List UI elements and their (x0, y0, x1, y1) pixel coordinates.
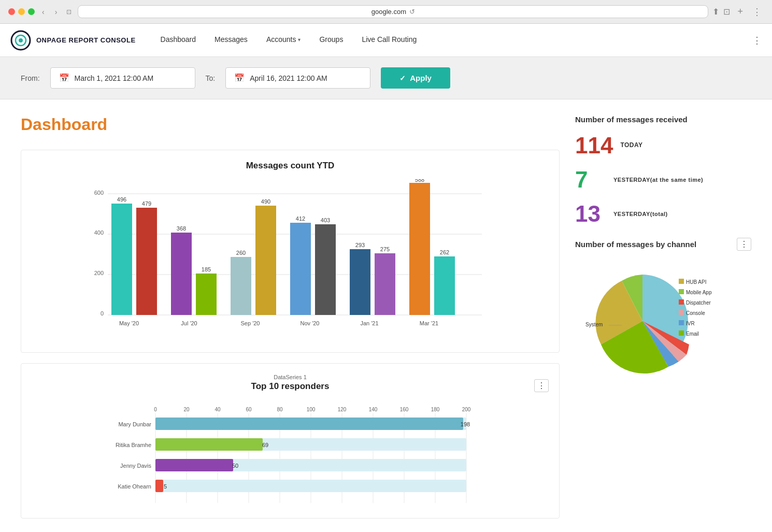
svg-text:Mary Dunbar: Mary Dunbar (118, 421, 151, 427)
svg-rect-31 (409, 183, 430, 315)
svg-text:Email: Email (686, 331, 699, 337)
svg-text:185: 185 (202, 266, 211, 272)
svg-rect-19 (231, 257, 251, 315)
browser-chrome: ‹ › ⊡ google.com ↺ ⬆ ⊡ + ⋮ (0, 0, 772, 24)
svg-text:400: 400 (94, 229, 104, 236)
url-bar[interactable]: google.com ↺ (78, 5, 708, 18)
tab-duplicate-button[interactable]: ⊡ (723, 7, 730, 17)
svg-text:40: 40 (215, 407, 221, 412)
nav-messages[interactable]: Messages (205, 25, 257, 55)
share-button[interactable]: ⬆ (712, 7, 719, 17)
svg-text:412: 412 (296, 215, 305, 222)
svg-rect-11 (111, 204, 132, 315)
svg-text:588: 588 (415, 179, 424, 183)
svg-text:5: 5 (164, 483, 167, 490)
channel-menu-button[interactable]: ⋮ (737, 238, 751, 251)
nav-accounts[interactable]: Accounts ▾ (257, 25, 310, 55)
svg-text:Nov '20: Nov '20 (301, 320, 320, 326)
svg-rect-27 (350, 249, 370, 315)
svg-text:198: 198 (461, 421, 470, 427)
channel-pie-chart: HUB API Mobile App Dispatcher Console IV… (575, 259, 731, 383)
svg-rect-85 (679, 310, 684, 315)
svg-text:50: 50 (232, 463, 238, 469)
nav-live-call-routing[interactable]: Live Call Routing (352, 25, 426, 55)
apply-button[interactable]: ✓ Apply (381, 67, 450, 89)
svg-text:Jan '21: Jan '21 (360, 320, 378, 326)
accounts-dropdown-icon: ▾ (298, 37, 301, 42)
new-tab-button[interactable]: + (734, 6, 746, 17)
yesterday-total-label: YESTERDAY(total) (613, 210, 668, 218)
svg-text:200: 200 (462, 407, 471, 412)
yesterday-same-value: 7 (575, 168, 606, 191)
app-container: ONPAGE REPORT CONSOLE Dashboard Messages… (0, 24, 772, 532)
logo-icon (10, 30, 31, 51)
back-button[interactable]: ‹ (39, 7, 48, 17)
svg-text:140: 140 (369, 407, 378, 412)
nav-dashboard[interactable]: Dashboard (151, 25, 206, 55)
maximize-button[interactable] (28, 8, 35, 15)
svg-text:496: 496 (117, 196, 126, 203)
checkmark-icon: ✓ (399, 74, 406, 82)
channel-title: Number of messages by channel (575, 239, 696, 250)
today-value: 114 (575, 134, 613, 157)
more-options-button[interactable]: ⋮ (750, 6, 764, 18)
top-responders-chart: DataSeries 1 Top 10 responders ⋮ 0 20 40… (21, 363, 560, 519)
to-calendar-icon: 📅 (234, 73, 245, 83)
svg-text:Ritika Bramhe: Ritika Bramhe (116, 442, 151, 448)
window-button[interactable]: ⊡ (64, 7, 74, 17)
svg-text:20: 20 (183, 407, 190, 412)
today-stat-row: 114 TODAY (575, 134, 751, 157)
svg-rect-79 (679, 279, 684, 284)
svg-rect-83 (679, 299, 684, 305)
from-calendar-icon: 📅 (59, 73, 69, 83)
svg-text:490: 490 (261, 198, 270, 205)
svg-text:Mobile App: Mobile App (686, 290, 712, 295)
svg-rect-23 (290, 223, 311, 315)
svg-rect-15 (171, 233, 192, 315)
messages-ytd-svg: 600 400 200 0 496 479 (32, 179, 549, 340)
svg-rect-70 (155, 438, 263, 451)
svg-text:Dispatcher: Dispatcher (686, 300, 711, 306)
svg-text:System: System (585, 322, 603, 327)
left-panel: Dashboard Messages count YTD 600 400 200… (21, 115, 560, 529)
svg-rect-73 (155, 459, 233, 471)
svg-text:Jenny Davis: Jenny Davis (120, 463, 151, 469)
yesterday-total-stat-row: 13 YESTERDAY(total) (575, 203, 751, 225)
svg-text:100: 100 (307, 407, 316, 412)
minimize-button[interactable] (18, 8, 25, 15)
from-date-value: March 1, 2021 12:00 AM (75, 74, 154, 82)
svg-text:Console: Console (686, 310, 705, 316)
responders-menu-button[interactable]: ⋮ (534, 379, 549, 392)
nav-groups[interactable]: Groups (310, 25, 352, 55)
svg-rect-29 (375, 253, 395, 315)
to-date-input[interactable]: 📅 April 16, 2021 12:00 AM (225, 67, 370, 89)
svg-text:200: 200 (94, 270, 104, 276)
yesterday-total-value: 13 (575, 203, 606, 225)
top-nav: ONPAGE REPORT CONSOLE Dashboard Messages… (0, 24, 772, 57)
forward-button[interactable]: › (52, 7, 61, 17)
logo-text: ONPAGE REPORT CONSOLE (36, 36, 136, 44)
right-panel: Number of messages received 114 TODAY 7 … (575, 115, 751, 529)
filter-bar: From: 📅 March 1, 2021 12:00 AM To: 📅 Apr… (0, 57, 772, 99)
from-date-input[interactable]: 📅 March 1, 2021 12:00 AM (50, 67, 195, 89)
nav-more-button[interactable]: ⋮ (752, 35, 762, 46)
yesterday-same-label: YESTERDAY(at the same time) (613, 176, 703, 183)
svg-rect-66 (155, 480, 466, 492)
svg-text:180: 180 (431, 407, 440, 412)
channel-header: Number of messages by channel ⋮ (575, 238, 751, 251)
close-button[interactable] (8, 8, 15, 15)
main-content: Dashboard Messages count YTD 600 400 200… (0, 99, 772, 532)
svg-text:80: 80 (277, 407, 283, 412)
svg-text:Jul '20: Jul '20 (181, 320, 197, 326)
svg-rect-89 (679, 330, 684, 336)
svg-rect-67 (155, 418, 463, 430)
reload-icon[interactable]: ↺ (409, 8, 415, 16)
apply-label: Apply (410, 74, 432, 82)
svg-text:0: 0 (154, 407, 157, 412)
svg-rect-76 (155, 480, 163, 492)
svg-text:479: 479 (142, 200, 151, 207)
svg-text:May '20: May '20 (119, 320, 139, 326)
yesterday-same-stat-row: 7 YESTERDAY(at the same time) (575, 168, 751, 191)
nav-items: Dashboard Messages Accounts ▾ Groups Liv… (151, 25, 752, 55)
svg-text:275: 275 (380, 246, 390, 252)
